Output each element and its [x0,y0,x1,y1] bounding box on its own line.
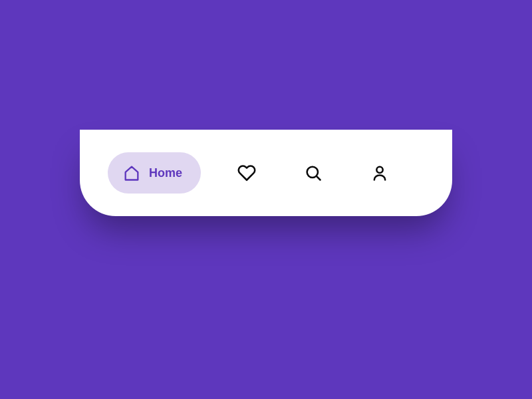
nav-item-likes[interactable] [226,152,267,194]
svg-line-1 [317,176,321,180]
bottom-nav: Home [80,130,452,216]
heart-icon [237,164,256,182]
svg-point-2 [376,167,382,173]
user-icon [370,164,389,182]
home-icon [122,164,141,182]
nav-item-label: Home [149,166,182,180]
nav-item-search[interactable] [293,152,334,194]
nav-item-profile[interactable] [359,152,400,194]
search-icon [304,164,323,182]
nav-item-home[interactable]: Home [108,152,201,194]
